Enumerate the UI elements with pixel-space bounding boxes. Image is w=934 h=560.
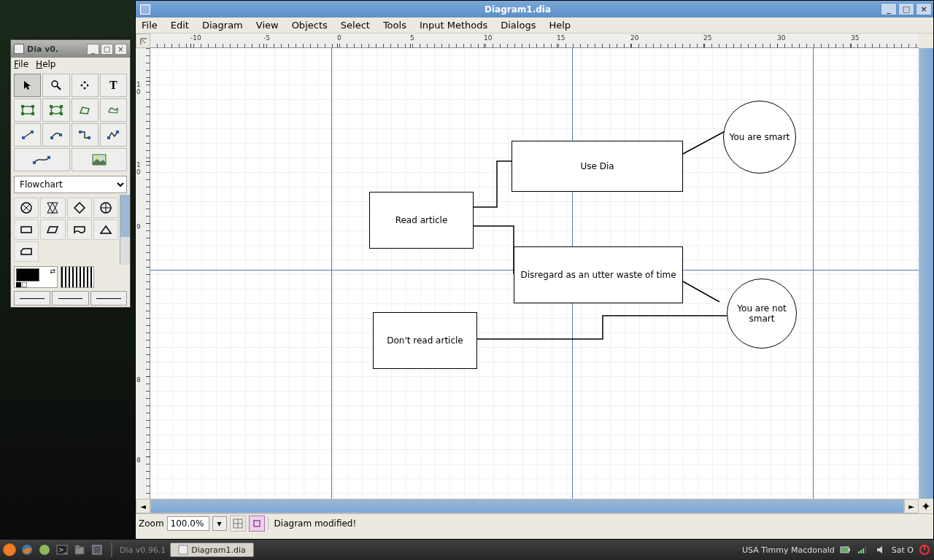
line-pattern[interactable] bbox=[61, 266, 94, 288]
ruler-corner[interactable] bbox=[136, 34, 150, 48]
snap-grid-button[interactable] bbox=[230, 516, 246, 532]
battery-icon[interactable] bbox=[839, 543, 852, 556]
zoom-tool[interactable] bbox=[42, 74, 69, 97]
shape-process[interactable] bbox=[14, 219, 39, 240]
vertical-ruler[interactable]: 10 10 9 8 8 bbox=[136, 48, 150, 499]
vertical-scrollbar[interactable] bbox=[919, 48, 933, 499]
horizontal-scrollbar[interactable] bbox=[150, 499, 904, 513]
menu-file[interactable]: File bbox=[14, 59, 28, 69]
shape-extract[interactable] bbox=[93, 219, 118, 240]
shape-read-article[interactable]: Read article bbox=[369, 192, 474, 249]
shape-document[interactable] bbox=[67, 219, 92, 240]
polygon-tool[interactable] bbox=[72, 98, 99, 122]
box-tool[interactable] bbox=[14, 98, 41, 122]
text-tool[interactable]: T bbox=[100, 74, 127, 97]
polyline-tool[interactable] bbox=[100, 123, 127, 147]
taskbar-app-dim[interactable]: Dia v0.96.1 bbox=[120, 545, 166, 555]
shape-dont-read[interactable]: Don't read article bbox=[373, 312, 477, 369]
horizontal-ruler[interactable]: -10 -5 0 5 10 15 20 25 30 35 bbox=[150, 34, 919, 48]
maximize-button[interactable]: □ bbox=[898, 3, 914, 15]
snap-object-button[interactable] bbox=[249, 516, 265, 532]
end-arrow-select[interactable] bbox=[90, 291, 127, 306]
terminal-icon[interactable]: >_ bbox=[55, 543, 69, 556]
shape-io[interactable] bbox=[40, 219, 65, 240]
pointer-tool[interactable] bbox=[14, 74, 41, 97]
main-window: Diagram1.dia _ □ × File Edit Diagram Vie… bbox=[135, 0, 934, 540]
line-tool[interactable] bbox=[14, 123, 41, 147]
taskbar: >_ Dia v0.96.1 Diagram1.dia USA Timmy Ma… bbox=[0, 540, 934, 560]
menu-input-methods[interactable]: Input Methods bbox=[420, 20, 487, 31]
close-button[interactable]: × bbox=[115, 44, 127, 55]
image-tool[interactable] bbox=[72, 148, 128, 171]
app-icon[interactable] bbox=[90, 543, 104, 556]
shape-or[interactable] bbox=[93, 198, 118, 218]
menu-select[interactable]: Select bbox=[341, 20, 370, 31]
shape-sort[interactable] bbox=[40, 198, 65, 218]
close-button[interactable]: × bbox=[916, 3, 932, 15]
main-titlebar[interactable]: Diagram1.dia _ □ × bbox=[136, 1, 933, 18]
volume-icon[interactable] bbox=[874, 543, 887, 556]
shape-label: Read article bbox=[395, 215, 448, 225]
shape-smart[interactable]: You are smart bbox=[723, 101, 796, 174]
arc-tool[interactable] bbox=[42, 123, 69, 147]
line-style-select[interactable] bbox=[52, 291, 88, 306]
svg-rect-45 bbox=[841, 547, 849, 553]
svg-rect-8 bbox=[50, 105, 53, 108]
menu-file[interactable]: File bbox=[142, 20, 158, 31]
shape-use-dia[interactable]: Use Dia bbox=[512, 141, 683, 192]
shape-category-select[interactable]: Flowchart bbox=[14, 176, 127, 193]
nav-arrow-icon[interactable]: ◄ bbox=[136, 499, 150, 513]
shape-connector[interactable] bbox=[14, 198, 39, 218]
shape-label: Disregard as an utter waste of time bbox=[520, 270, 676, 280]
shape-decision[interactable] bbox=[67, 198, 92, 218]
svg-rect-22 bbox=[47, 156, 50, 159]
zoom-value[interactable]: 100.0% bbox=[167, 516, 209, 531]
svg-rect-2 bbox=[23, 106, 33, 114]
power-icon[interactable] bbox=[918, 543, 931, 556]
svg-rect-46 bbox=[849, 548, 850, 551]
svg-rect-10 bbox=[50, 112, 53, 115]
svg-line-1 bbox=[57, 86, 61, 90]
taskbar-user[interactable]: USA Timmy Macdonald bbox=[742, 545, 835, 555]
taskbar-app-active[interactable]: Diagram1.dia bbox=[170, 542, 254, 557]
network-icon[interactable] bbox=[857, 543, 870, 556]
bezier-tool[interactable] bbox=[14, 148, 70, 171]
ubuntu-menu-icon[interactable] bbox=[3, 543, 16, 556]
scroll-right-icon[interactable]: ► bbox=[904, 499, 919, 513]
menu-view[interactable]: View bbox=[256, 20, 279, 31]
start-arrow-select[interactable] bbox=[14, 291, 50, 306]
add-view-button[interactable]: ✦ bbox=[919, 499, 933, 513]
svg-rect-50 bbox=[865, 547, 866, 553]
toolbox-titlebar[interactable]: Dia v0. _ □ × bbox=[11, 40, 130, 58]
menu-tools[interactable]: Tools bbox=[383, 20, 406, 31]
shape-scrollbar[interactable] bbox=[120, 195, 130, 265]
shape-not-smart[interactable]: You are not smart bbox=[727, 279, 797, 349]
maximize-button[interactable]: □ bbox=[101, 44, 113, 55]
toolbox-menubar: File Help bbox=[11, 58, 130, 71]
svg-rect-43 bbox=[93, 545, 101, 554]
menu-objects[interactable]: Objects bbox=[292, 20, 328, 31]
zoom-dropdown-button[interactable]: ▾ bbox=[212, 516, 227, 531]
main-menubar: File Edit Diagram View Objects Select To… bbox=[136, 18, 933, 34]
menu-diagram[interactable]: Diagram bbox=[202, 20, 243, 31]
scroll-tool[interactable] bbox=[72, 74, 99, 97]
svg-rect-49 bbox=[862, 548, 864, 553]
app-icon[interactable] bbox=[38, 543, 51, 556]
firefox-icon[interactable] bbox=[20, 543, 34, 556]
files-icon[interactable] bbox=[73, 543, 86, 556]
taskbar-clock[interactable]: Sat O bbox=[892, 545, 914, 555]
menu-edit[interactable]: Edit bbox=[171, 20, 189, 31]
menu-dialogs[interactable]: Dialogs bbox=[501, 20, 536, 31]
minimize-button[interactable]: _ bbox=[87, 44, 99, 55]
fg-bg-colors[interactable]: ⇄ bbox=[14, 266, 58, 288]
minimize-button[interactable]: _ bbox=[881, 3, 897, 15]
beziergon-tool[interactable] bbox=[100, 98, 127, 122]
menu-help[interactable]: Help bbox=[549, 20, 571, 31]
shape-disregard[interactable]: Disregard as an utter waste of time bbox=[514, 246, 683, 303]
svg-rect-14 bbox=[31, 131, 34, 133]
zigzag-tool[interactable] bbox=[72, 123, 99, 147]
canvas[interactable]: Use Dia Read article Disregard as an utt… bbox=[150, 48, 919, 499]
shape-card[interactable] bbox=[14, 241, 39, 262]
menu-help[interactable]: Help bbox=[36, 59, 55, 69]
ellipse-tool[interactable] bbox=[42, 98, 69, 122]
